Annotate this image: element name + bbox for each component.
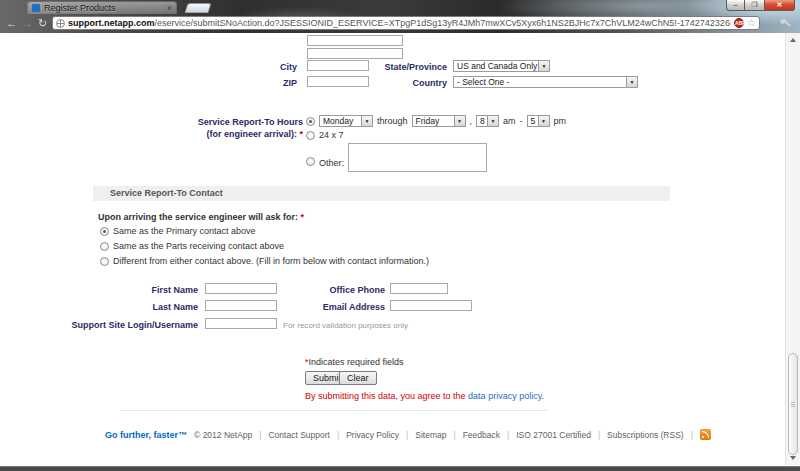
globe-icon xyxy=(56,19,65,28)
maximize-button[interactable]: ❐ xyxy=(745,0,765,11)
footer-separator: | xyxy=(259,430,261,440)
footer-separator: | xyxy=(691,430,693,440)
hours-weekday-radio[interactable] xyxy=(306,117,315,126)
forward-icon[interactable]: → xyxy=(22,16,33,30)
adblock-icon[interactable]: ABP xyxy=(734,18,744,28)
hours-247-row: 24 x 7 xyxy=(306,130,344,140)
data-privacy-policy-link[interactable]: data privacy policy xyxy=(468,391,541,401)
scroll-down-icon[interactable] xyxy=(790,456,796,460)
support-login-input[interactable] xyxy=(205,318,277,329)
rss-icon[interactable] xyxy=(700,429,711,440)
chevron-down-icon: ▼ xyxy=(538,61,549,71)
contact-question: Upon arriving the service engineer will … xyxy=(98,212,304,222)
last-name-input[interactable] xyxy=(205,300,277,311)
footer-link-privacy-policy[interactable]: Privacy Policy xyxy=(346,430,399,440)
reload-icon[interactable]: ↻ xyxy=(38,16,47,30)
footer-link-feedback[interactable]: Feedback xyxy=(463,430,500,440)
bookmark-star-icon[interactable]: ☆ xyxy=(747,18,756,28)
minimize-button[interactable]: – xyxy=(726,0,745,11)
contact-parts-radio[interactable] xyxy=(100,242,109,251)
hour-to-value: 5 xyxy=(528,116,538,126)
footer-link-subscriptions-rss[interactable]: Subscriptions (RSS) xyxy=(607,430,684,440)
netapp-tagline: Go further, faster™ xyxy=(105,430,187,440)
contact-different-label: Different from either contact above. (Fi… xyxy=(113,256,429,266)
scroll-up-icon[interactable] xyxy=(790,38,796,42)
browser-tab[interactable]: Register Products × xyxy=(27,1,177,14)
hours-other-radio[interactable] xyxy=(306,157,315,166)
contact-option-primary: Same as the Primary contact above xyxy=(100,226,256,236)
chevron-down-icon: ▼ xyxy=(454,116,465,126)
footer-separator: | xyxy=(337,430,339,440)
hours-247-label: 24 x 7 xyxy=(319,130,344,140)
hours-other-textarea[interactable] xyxy=(348,143,487,172)
dash-text: - xyxy=(520,116,523,126)
day-from-value: Monday xyxy=(320,116,356,126)
address-line-input-2[interactable] xyxy=(307,48,403,59)
first-name-label: First Name xyxy=(100,285,198,295)
email-address-input[interactable] xyxy=(390,300,472,311)
required-asterisk: * xyxy=(301,212,305,222)
copyright-text: © 2012 NetApp xyxy=(194,430,252,440)
required-fields-note: *Indicates required fields xyxy=(305,357,404,367)
tab-title: Register Products xyxy=(44,3,163,13)
hours-label-line2: (for engineer arrival): * xyxy=(150,129,303,139)
hours-label-line1: Service Report-To Hours xyxy=(150,117,303,127)
through-label: through xyxy=(377,116,408,126)
chevron-down-icon: ▼ xyxy=(487,116,498,126)
zip-input[interactable] xyxy=(307,76,369,87)
footer-separator: | xyxy=(598,430,600,440)
footer-link-iso-certified[interactable]: ISO 27001 Certified xyxy=(516,430,591,440)
browser-chrome: Register Products × – ❐ ✕ ← → ↻ support.… xyxy=(0,0,800,33)
first-name-input[interactable] xyxy=(205,283,277,294)
contact-option-parts: Same as the Parts receiving contact abov… xyxy=(100,241,284,251)
url-bar[interactable]: support.netapp.com/eservice/submitSNoAct… xyxy=(52,16,760,30)
hour-from-select[interactable]: 8▼ xyxy=(476,115,499,127)
scrollbar-thumb[interactable] xyxy=(788,353,798,455)
contact-primary-label: Same as the Primary contact above xyxy=(113,226,256,236)
hours-247-radio[interactable] xyxy=(306,131,315,140)
back-icon[interactable]: ← xyxy=(6,16,17,30)
footer-separator: | xyxy=(507,430,509,440)
city-input[interactable] xyxy=(307,60,369,71)
chevron-down-icon: ▼ xyxy=(361,116,372,126)
pm-label: pm xyxy=(554,116,567,126)
footer-link-sitemap[interactable]: Sitemap xyxy=(415,430,446,440)
wrench-menu-icon[interactable] xyxy=(780,18,792,28)
new-tab-button[interactable] xyxy=(184,3,211,13)
contact-primary-radio[interactable] xyxy=(100,227,109,236)
zip-label: ZIP xyxy=(240,78,297,88)
url-text[interactable]: support.netapp.com/eservice/submitSNoAct… xyxy=(68,18,731,28)
chevron-down-icon: ▼ xyxy=(626,77,637,87)
window-controls: – ❐ ✕ xyxy=(726,0,795,11)
hours-other-row: Other: xyxy=(306,143,487,172)
footer-link-contact-support[interactable]: Contact Support xyxy=(268,430,329,440)
contact-different-radio[interactable] xyxy=(100,257,109,266)
country-value: - Select One - xyxy=(454,77,512,87)
footer: Go further, faster™ © 2012 NetApp | Cont… xyxy=(105,429,711,440)
contact-option-different: Different from either contact above. (Fi… xyxy=(100,256,429,266)
hour-to-select[interactable]: 5▼ xyxy=(527,115,550,127)
section-header-service-report-to-contact: Service Report-To Contact xyxy=(93,186,670,201)
clear-button[interactable]: Clear xyxy=(339,371,377,385)
tab-close-icon[interactable]: × xyxy=(167,4,172,13)
last-name-label: Last Name xyxy=(100,302,198,312)
state-province-value: US and Canada Only xyxy=(454,61,538,71)
support-login-label: Support Site Login/Username xyxy=(60,320,198,330)
comma-text: , xyxy=(470,116,473,126)
chevron-down-icon: ▼ xyxy=(538,116,549,126)
state-province-select[interactable]: US and Canada Only▼ xyxy=(453,60,550,72)
privacy-agreement-text: By submitting this data, you agree to th… xyxy=(305,391,544,401)
address-line-input-1[interactable] xyxy=(307,35,403,46)
country-select[interactable]: - Select One -▼ xyxy=(453,76,638,88)
am-label: am xyxy=(503,116,516,126)
day-from-select[interactable]: Monday▼ xyxy=(319,115,373,127)
close-button[interactable]: ✕ xyxy=(765,0,795,11)
footer-divider xyxy=(120,410,548,411)
country-label: Country xyxy=(370,78,447,88)
vertical-scrollbar[interactable] xyxy=(785,33,800,465)
office-phone-input[interactable] xyxy=(390,283,448,294)
hours-weekday-row: Monday▼ through Friday▼ , 8▼ am - 5▼ pm xyxy=(306,115,566,127)
state-province-label: State/Province xyxy=(370,62,447,72)
day-to-select[interactable]: Friday▼ xyxy=(412,115,466,127)
day-to-value: Friday xyxy=(413,116,443,126)
